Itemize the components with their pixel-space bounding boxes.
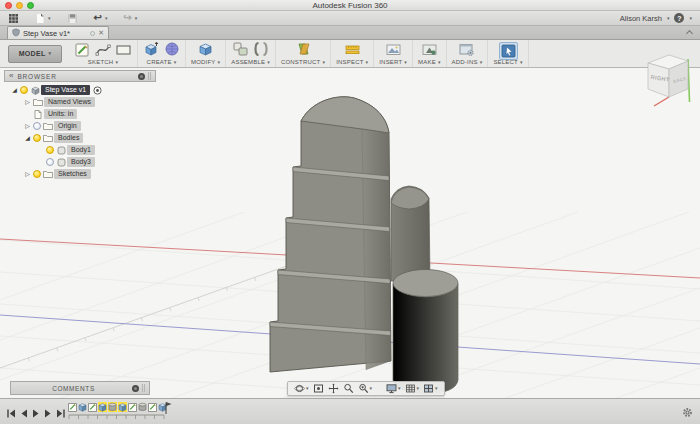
spline-tool-icon[interactable]	[95, 42, 111, 61]
timeline-feature-sketch-icon[interactable]	[68, 402, 77, 412]
app-launcher-grid-icon[interactable]	[8, 13, 19, 24]
tree-item-label[interactable]: Origin	[54, 121, 81, 131]
visibility-bulb-icon[interactable]	[33, 170, 41, 178]
tree-item-label[interactable]: Units: in	[44, 109, 77, 119]
model-cylinder-wide[interactable]	[393, 270, 458, 395]
step-back-icon[interactable]	[20, 404, 28, 422]
tree-item-label[interactable]: Sketches	[54, 169, 91, 179]
expander-icon[interactable]: ▷	[23, 99, 32, 105]
timeline-settings-gear-icon[interactable]	[682, 404, 693, 422]
visibility-bulb-icon[interactable]	[20, 86, 28, 94]
expander-icon[interactable]: ◢	[23, 135, 32, 141]
timeline-feature-sketch-icon[interactable]	[148, 402, 157, 412]
step-forward-icon[interactable]	[44, 404, 52, 422]
panel-options-icon[interactable]	[138, 73, 145, 80]
expander-icon[interactable]: ▷	[23, 171, 32, 177]
select-tool-icon[interactable]	[499, 42, 518, 60]
document-tab[interactable]: Step Vase v1* ✕	[7, 26, 109, 39]
create-sketch-icon[interactable]	[74, 42, 91, 61]
visibility-bulb-icon[interactable]	[46, 158, 54, 166]
file-menu-caret-icon[interactable]: ▾	[48, 16, 51, 21]
expander-icon[interactable]: ◢	[10, 87, 19, 93]
ribbon-group-label[interactable]: ADD-INS▾	[452, 59, 483, 65]
display-settings-icon[interactable]: ▾	[386, 383, 401, 394]
panel-grip-icon[interactable]	[148, 72, 151, 80]
go-to-start-icon[interactable]	[6, 404, 16, 422]
rectangle-tool-icon[interactable]	[115, 42, 132, 61]
model-stepped-vase[interactable]	[270, 97, 391, 372]
zoom-icon[interactable]	[343, 383, 354, 394]
timeline-feature-sketch-icon[interactable]	[88, 402, 97, 412]
visibility-bulb-icon[interactable]	[46, 146, 54, 154]
help-icon[interactable]: ?	[674, 13, 684, 23]
ribbon-group-label[interactable]: INSERT▾	[379, 59, 407, 65]
tree-item-label[interactable]: Named Views	[44, 97, 95, 107]
account-menu-caret-icon[interactable]: ▾	[667, 16, 670, 21]
comments-grip-icon[interactable]	[142, 384, 145, 392]
ribbon-group-label[interactable]: INSPECT▾	[336, 59, 368, 65]
undo-icon[interactable]: ↩	[94, 13, 102, 23]
browser-row-origin[interactable]: ▷ Origin	[4, 120, 156, 132]
orbit-icon[interactable]: ▾	[294, 383, 309, 394]
browser-row-units[interactable]: Units: in	[4, 108, 156, 120]
save-icon[interactable]	[67, 13, 78, 24]
browser-row-sketches[interactable]: ▷ Sketches	[4, 168, 156, 180]
grid-and-snaps-icon[interactable]: ▾	[405, 383, 420, 394]
browser-header[interactable]: « BROWSER	[4, 70, 156, 82]
collapse-panel-icon[interactable]: «	[9, 72, 13, 80]
play-icon[interactable]	[32, 404, 40, 422]
browser-row-body3[interactable]: Body3	[4, 156, 156, 168]
model-cylinder-medium[interactable]	[391, 186, 430, 281]
comments-options-icon[interactable]	[132, 385, 139, 392]
timeline-feature-sketch-icon[interactable]	[128, 402, 137, 412]
measure-tool-icon[interactable]	[344, 42, 361, 61]
ribbon-group-label[interactable]: MODIFY▾	[191, 59, 220, 65]
fit-view-icon[interactable]: ▾	[358, 383, 373, 394]
browser-row-body1[interactable]: Body1	[4, 144, 156, 156]
tab-close-icon[interactable]: ✕	[98, 29, 104, 37]
go-to-end-icon[interactable]	[56, 404, 66, 422]
look-at-icon[interactable]	[313, 383, 324, 394]
browser-row-root[interactable]: ◢ Step Vase v1	[4, 84, 156, 96]
tree-item-label[interactable]: Bodies	[54, 133, 83, 143]
viewcube[interactable]: RIGHT BACK	[638, 44, 696, 108]
3d-print-icon[interactable]	[421, 42, 438, 61]
visibility-bulb-icon[interactable]	[33, 134, 41, 142]
tree-item-label[interactable]: Step Vase v1	[41, 85, 90, 95]
scripts-addins-icon[interactable]	[458, 42, 475, 61]
workspace-switch-button[interactable]: MODEL▾	[8, 45, 62, 63]
ribbon-group-label[interactable]: CREATE▾	[147, 59, 177, 65]
joint-tool-icon[interactable]	[253, 41, 269, 61]
browser-row-named-views[interactable]: ▷ Named Views	[4, 96, 156, 108]
tree-item-label[interactable]: Body3	[67, 157, 95, 167]
comments-bar[interactable]: COMMENTS	[10, 381, 150, 395]
browser-row-bodies[interactable]: ◢ Bodies	[4, 132, 156, 144]
press-pull-tool-icon[interactable]	[197, 41, 214, 61]
activate-component-radio-icon[interactable]	[93, 86, 102, 95]
create-form-icon[interactable]	[164, 41, 180, 61]
expander-icon[interactable]: ▷	[23, 123, 32, 129]
timeline-feature-revolve-icon[interactable]	[108, 402, 117, 412]
account-user-name[interactable]: Alison Karsh	[620, 14, 662, 23]
new-component-icon[interactable]	[232, 41, 249, 61]
ribbon-group-label[interactable]: MAKE▾	[418, 59, 441, 65]
insert-image-icon[interactable]	[385, 42, 402, 61]
pan-icon[interactable]	[328, 383, 339, 394]
undo-menu-caret-icon[interactable]: ▾	[105, 16, 108, 21]
timeline-position-marker[interactable]	[162, 401, 172, 419]
redo-icon[interactable]: ↪	[123, 13, 131, 23]
visibility-bulb-icon[interactable]	[33, 122, 41, 130]
ribbon-group-label[interactable]: CONSTRUCT▾	[281, 59, 325, 65]
ribbon-group-label[interactable]: ASSEMBLE▾	[231, 59, 270, 65]
redo-menu-caret-icon[interactable]: ▾	[135, 16, 138, 21]
ribbon-group-label[interactable]: SKETCH▾	[88, 59, 118, 65]
new-file-icon[interactable]	[35, 13, 45, 24]
timeline-feature-extrude-icon[interactable]	[118, 402, 127, 412]
construction-plane-icon[interactable]	[295, 41, 312, 61]
help-menu-caret-icon[interactable]: ▾	[689, 16, 692, 21]
extrude-tool-icon[interactable]	[143, 41, 160, 61]
tree-item-label[interactable]: Body1	[67, 145, 95, 155]
timeline-feature-revolve-icon[interactable]	[138, 402, 147, 412]
collapse-toolbar-chevron-icon[interactable]	[686, 30, 693, 37]
timeline-feature-extrude-icon[interactable]	[98, 402, 107, 412]
